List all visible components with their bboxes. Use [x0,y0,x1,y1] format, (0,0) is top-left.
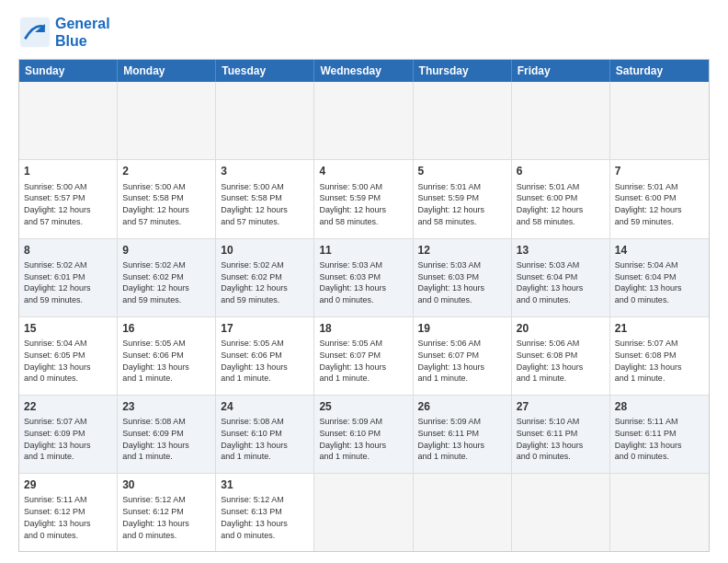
day-number: 3 [221,164,309,178]
day-number: 11 [319,243,407,258]
day-cell-30: 30Sunrise: 5:12 AM Sunset: 6:12 PM Dayli… [118,474,216,551]
week-row-5: 29Sunrise: 5:11 AM Sunset: 6:12 PM Dayli… [19,474,709,551]
header: GeneralBlue [18,15,710,50]
day-info: Sunrise: 5:09 AM Sunset: 6:10 PM Dayligh… [319,417,386,461]
day-number: 19 [418,321,506,336]
day-info: Sunrise: 5:00 AM Sunset: 5:58 PM Dayligh… [122,182,189,226]
week-row-2: 8Sunrise: 5:02 AM Sunset: 6:01 PM Daylig… [19,239,709,317]
day-number: 15 [24,321,112,336]
day-cell-1: 1Sunrise: 5:00 AM Sunset: 5:57 PM Daylig… [19,160,118,237]
empty-cell [512,82,610,159]
day-info: Sunrise: 5:00 AM Sunset: 5:59 PM Dayligh… [319,182,386,226]
day-cell-15: 15Sunrise: 5:04 AM Sunset: 6:05 PM Dayli… [19,317,118,395]
empty-cell [414,82,512,159]
day-number: 29 [24,477,112,492]
empty-cell [19,82,118,159]
day-cell-31: 31Sunrise: 5:12 AM Sunset: 6:13 PM Dayli… [216,474,314,551]
day-info: Sunrise: 5:09 AM Sunset: 6:11 PM Dayligh… [418,417,485,461]
day-number: 1 [24,164,112,178]
day-info: Sunrise: 5:02 AM Sunset: 6:01 PM Dayligh… [24,260,91,304]
header-day-wednesday: Wednesday [314,60,413,82]
header-day-friday: Friday [512,60,610,82]
empty-cell [512,474,610,551]
day-cell-29: 29Sunrise: 5:11 AM Sunset: 6:12 PM Dayli… [19,474,118,551]
empty-cell [314,82,413,159]
day-number: 25 [319,399,407,414]
week-row-0 [19,82,709,160]
day-number: 2 [122,164,210,178]
day-number: 23 [122,399,210,414]
day-cell-28: 28Sunrise: 5:11 AM Sunset: 6:11 PM Dayli… [610,396,709,473]
day-info: Sunrise: 5:03 AM Sunset: 6:03 PM Dayligh… [319,260,386,304]
day-info: Sunrise: 5:06 AM Sunset: 6:08 PM Dayligh… [517,339,584,383]
day-info: Sunrise: 5:11 AM Sunset: 6:12 PM Dayligh… [24,495,91,539]
day-info: Sunrise: 5:08 AM Sunset: 6:09 PM Dayligh… [122,417,189,461]
day-number: 14 [615,243,704,258]
day-cell-8: 8Sunrise: 5:02 AM Sunset: 6:01 PM Daylig… [19,239,118,316]
day-number: 16 [122,321,210,336]
empty-cell [216,82,314,159]
day-number: 28 [615,399,704,414]
day-info: Sunrise: 5:00 AM Sunset: 5:58 PM Dayligh… [221,182,288,226]
day-cell-17: 17Sunrise: 5:05 AM Sunset: 6:06 PM Dayli… [216,317,314,395]
day-info: Sunrise: 5:11 AM Sunset: 6:11 PM Dayligh… [615,417,682,461]
day-number: 10 [221,243,309,258]
calendar: SundayMondayTuesdayWednesdayThursdayFrid… [18,59,710,552]
day-cell-2: 2Sunrise: 5:00 AM Sunset: 5:58 PM Daylig… [118,160,216,237]
empty-cell [610,82,709,159]
empty-cell [610,474,709,551]
day-cell-14: 14Sunrise: 5:04 AM Sunset: 6:04 PM Dayli… [610,239,709,316]
week-row-1: 1Sunrise: 5:00 AM Sunset: 5:57 PM Daylig… [19,160,709,238]
day-cell-22: 22Sunrise: 5:07 AM Sunset: 6:09 PM Dayli… [19,396,118,473]
day-cell-10: 10Sunrise: 5:02 AM Sunset: 6:02 PM Dayli… [216,239,314,316]
day-info: Sunrise: 5:12 AM Sunset: 6:13 PM Dayligh… [221,495,288,539]
day-info: Sunrise: 5:08 AM Sunset: 6:10 PM Dayligh… [221,417,288,461]
day-cell-5: 5Sunrise: 5:01 AM Sunset: 5:59 PM Daylig… [414,160,512,237]
calendar-header: SundayMondayTuesdayWednesdayThursdayFrid… [19,60,709,82]
day-info: Sunrise: 5:03 AM Sunset: 6:03 PM Dayligh… [418,260,485,304]
day-number: 24 [221,399,309,414]
day-cell-3: 3Sunrise: 5:00 AM Sunset: 5:58 PM Daylig… [216,160,314,237]
empty-cell [314,474,413,551]
header-day-saturday: Saturday [610,60,709,82]
day-info: Sunrise: 5:00 AM Sunset: 5:57 PM Dayligh… [24,182,91,226]
day-cell-6: 6Sunrise: 5:01 AM Sunset: 6:00 PM Daylig… [512,160,610,237]
day-cell-9: 9Sunrise: 5:02 AM Sunset: 6:02 PM Daylig… [118,239,216,316]
day-cell-23: 23Sunrise: 5:08 AM Sunset: 6:09 PM Dayli… [118,396,216,473]
day-cell-11: 11Sunrise: 5:03 AM Sunset: 6:03 PM Dayli… [314,239,413,316]
week-row-3: 15Sunrise: 5:04 AM Sunset: 6:05 PM Dayli… [19,317,709,396]
day-cell-13: 13Sunrise: 5:03 AM Sunset: 6:04 PM Dayli… [512,239,610,316]
day-number: 30 [122,477,210,492]
day-cell-4: 4Sunrise: 5:00 AM Sunset: 5:59 PM Daylig… [314,160,413,237]
logo-icon [18,16,51,49]
day-cell-21: 21Sunrise: 5:07 AM Sunset: 6:08 PM Dayli… [610,317,709,395]
day-info: Sunrise: 5:05 AM Sunset: 6:06 PM Dayligh… [221,339,288,383]
day-cell-16: 16Sunrise: 5:05 AM Sunset: 6:06 PM Dayli… [118,317,216,395]
day-number: 21 [615,321,704,336]
day-number: 31 [221,477,309,492]
day-info: Sunrise: 5:04 AM Sunset: 6:05 PM Dayligh… [24,339,91,383]
day-info: Sunrise: 5:01 AM Sunset: 6:00 PM Dayligh… [517,182,584,226]
day-number: 17 [221,321,309,336]
week-row-4: 22Sunrise: 5:07 AM Sunset: 6:09 PM Dayli… [19,396,709,474]
day-number: 4 [319,164,407,178]
day-cell-19: 19Sunrise: 5:06 AM Sunset: 6:07 PM Dayli… [414,317,512,395]
day-number: 22 [24,399,112,414]
day-number: 12 [418,243,506,258]
header-day-tuesday: Tuesday [216,60,314,82]
day-info: Sunrise: 5:05 AM Sunset: 6:06 PM Dayligh… [122,339,189,383]
day-cell-27: 27Sunrise: 5:10 AM Sunset: 6:11 PM Dayli… [512,396,610,473]
day-number: 13 [517,243,605,258]
day-cell-7: 7Sunrise: 5:01 AM Sunset: 6:00 PM Daylig… [610,160,709,237]
page: GeneralBlue SundayMondayTuesdayWednesday… [0,0,728,563]
day-info: Sunrise: 5:07 AM Sunset: 6:08 PM Dayligh… [615,339,682,383]
day-number: 8 [24,243,112,258]
day-number: 9 [122,243,210,258]
day-number: 5 [418,164,506,178]
header-day-thursday: Thursday [414,60,512,82]
day-cell-24: 24Sunrise: 5:08 AM Sunset: 6:10 PM Dayli… [216,396,314,473]
day-cell-18: 18Sunrise: 5:05 AM Sunset: 6:07 PM Dayli… [314,317,413,395]
day-number: 6 [517,164,605,178]
day-cell-12: 12Sunrise: 5:03 AM Sunset: 6:03 PM Dayli… [414,239,512,316]
header-day-sunday: Sunday [19,60,118,82]
